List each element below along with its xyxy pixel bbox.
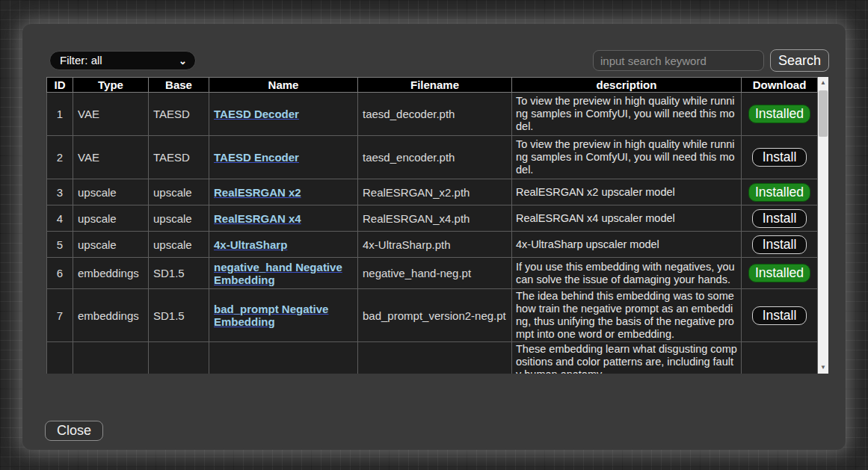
cell-download: Install <box>742 205 818 232</box>
cell-description: 4x-UltraSharp upscaler model <box>512 232 742 258</box>
table-row: 6embeddingsSD1.5negative_hand Negative E… <box>47 258 818 289</box>
installed-button[interactable]: Installed <box>748 183 810 202</box>
column-header-base: Base <box>149 78 209 93</box>
cell-id: 6 <box>47 258 73 289</box>
model-name-link[interactable]: TAESD Decoder <box>214 108 299 120</box>
model-name-link[interactable]: negative_hand Negative Embedding <box>214 261 342 286</box>
cell-description: These embedding learn what disgusting co… <box>512 342 742 374</box>
cell-download: Installed <box>742 93 818 136</box>
column-header-id: ID <box>47 78 73 93</box>
model-table-body: 1VAETAESDTAESD Decodertaesd_decoder.pthT… <box>47 93 818 374</box>
cell-base: upscale <box>149 232 209 258</box>
cell-base: upscale <box>149 179 209 205</box>
cell-download: Installed <box>742 179 818 205</box>
model-name-link[interactable]: RealESRGAN x2 <box>214 186 301 199</box>
cell-filename: RealESRGAN_x4.pth <box>358 205 512 232</box>
cell-description: RealESRGAN x4 upscaler model <box>512 205 742 232</box>
cell-type: VAE <box>73 136 149 179</box>
table-row: 7embeddingsSD1.5bad_prompt Negative Embe… <box>47 289 818 342</box>
column-header-name: Name <box>209 78 358 93</box>
cell-base: TAESD <box>149 136 209 179</box>
install-button[interactable]: Install <box>752 209 807 228</box>
installed-button[interactable]: Installed <box>748 264 810 282</box>
table-row: 1VAETAESDTAESD Decodertaesd_decoder.pthT… <box>47 93 818 136</box>
cell-download: Install <box>742 136 818 179</box>
cell-id: 7 <box>47 289 73 342</box>
model-table-zone: IDTypeBaseNameFilenamedescriptionDownloa… <box>46 77 828 374</box>
installed-button[interactable]: Installed <box>748 105 810 123</box>
cell-name: bad_prompt Negative Embedding <box>209 289 358 342</box>
model-name-link[interactable]: TAESD Encoder <box>214 151 299 164</box>
cell-description: To view the preview in high quality whil… <box>512 136 742 179</box>
cell-name: 4x-UltraSharp <box>209 232 358 258</box>
cell-download: Install <box>742 289 818 342</box>
column-header-download: Download <box>742 78 818 93</box>
install-models-dialog: Filter: all ⌄ Search IDTypeBaseNameFilen… <box>22 24 846 450</box>
cell-download <box>742 342 818 374</box>
cell-filename: negative_hand-neg.pt <box>358 258 512 289</box>
cell-base: upscale <box>149 205 209 232</box>
cell-type: upscale <box>73 205 149 232</box>
cell-name: negative_hand Negative Embedding <box>209 258 358 289</box>
cell-id: 2 <box>47 136 73 179</box>
table-row: 2VAETAESDTAESD Encodertaesd_encoder.pthT… <box>47 136 818 179</box>
cell-id: 4 <box>47 205 73 232</box>
scrollbar-down-icon[interactable]: ▼ <box>818 362 828 374</box>
close-button[interactable]: Close <box>45 421 103 441</box>
scrollbar-up-icon[interactable]: ▲ <box>818 77 828 89</box>
cell-description: RealESRGAN x2 upscaler model <box>512 179 742 205</box>
table-row: 4upscaleupscaleRealESRGAN x4RealESRGAN_x… <box>47 205 818 232</box>
table-scrollbar[interactable]: ▲ ▼ <box>818 77 828 374</box>
cell-type: VAE <box>73 93 149 136</box>
table-header-row: IDTypeBaseNameFilenamedescriptionDownloa… <box>47 78 818 93</box>
model-name-link[interactable]: bad_prompt Negative Embedding <box>214 303 328 328</box>
cell-type: upscale <box>73 232 149 258</box>
cell-description: To view the preview in high quality whil… <box>512 93 742 136</box>
cell-id: 5 <box>47 232 73 258</box>
scrollbar-thumb[interactable] <box>819 90 828 137</box>
cell-name <box>209 342 358 374</box>
cell-base <box>149 342 209 374</box>
cell-filename: RealESRGAN_x2.pth <box>358 179 512 205</box>
cell-name: TAESD Decoder <box>209 93 358 136</box>
search-input[interactable] <box>593 50 764 71</box>
table-row: These embedding learn what disgusting co… <box>47 342 818 374</box>
cell-type: embeddings <box>73 289 149 342</box>
install-button[interactable]: Install <box>752 235 807 254</box>
cell-filename: taesd_encoder.pth <box>358 136 512 179</box>
model-table: IDTypeBaseNameFilenamedescriptionDownloa… <box>46 77 818 374</box>
table-row: 3upscaleupscaleRealESRGAN x2RealESRGAN_x… <box>47 179 818 205</box>
cell-name: RealESRGAN x4 <box>209 205 358 232</box>
cell-base: TAESD <box>149 93 209 136</box>
cell-type: upscale <box>73 179 149 205</box>
model-table-viewport: IDTypeBaseNameFilenamedescriptionDownloa… <box>46 77 818 374</box>
cell-base: SD1.5 <box>149 289 209 342</box>
cell-type <box>73 342 149 374</box>
cell-name: TAESD Encoder <box>209 136 358 179</box>
cell-filename <box>358 342 512 374</box>
filter-dropdown[interactable]: Filter: all ⌄ <box>49 51 196 70</box>
cell-type: embeddings <box>73 258 149 289</box>
cell-download: Installed <box>742 258 818 289</box>
table-row: 5upscaleupscale4x-UltraSharp4x-UltraShar… <box>47 232 818 258</box>
cell-filename: taesd_decoder.pth <box>358 93 512 136</box>
column-header-filename: Filename <box>358 78 512 93</box>
chevron-down-icon: ⌄ <box>179 52 187 70</box>
cell-id <box>47 342 73 374</box>
cell-id: 3 <box>47 179 73 205</box>
column-header-description: description <box>512 78 742 93</box>
cell-filename: bad_prompt_version2-neg.pt <box>358 289 512 342</box>
cell-filename: 4x-UltraSharp.pth <box>358 232 512 258</box>
install-button[interactable]: Install <box>752 148 807 167</box>
cell-download: Install <box>742 232 818 258</box>
search-button[interactable]: Search <box>770 49 829 72</box>
cell-id: 1 <box>47 93 73 136</box>
filter-dropdown-label: Filter: all <box>60 54 102 67</box>
model-name-link[interactable]: 4x-UltraSharp <box>214 238 287 251</box>
model-name-link[interactable]: RealESRGAN x4 <box>214 212 301 225</box>
column-header-type: Type <box>73 78 149 93</box>
install-button[interactable]: Install <box>752 306 807 325</box>
cell-name: RealESRGAN x2 <box>209 179 358 205</box>
cell-base: SD1.5 <box>149 258 209 289</box>
cell-description: The idea behind this embedding was to so… <box>512 289 742 342</box>
